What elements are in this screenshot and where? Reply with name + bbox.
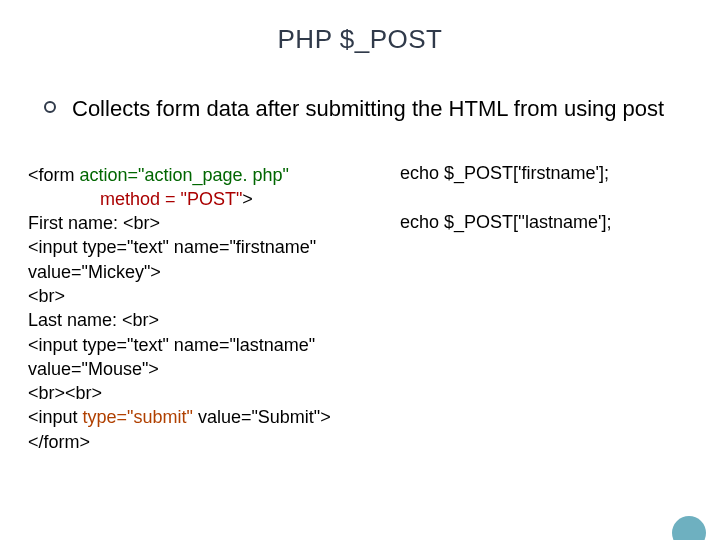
echo-column: echo $_POST['firstname']; echo $_POST[''… [390, 163, 690, 455]
html-code-block: <form action="action_page. php" method =… [28, 163, 390, 455]
code-method-attr: method = "POST" [100, 189, 242, 209]
code-form-open-close: > [242, 189, 253, 209]
bullet-row: Collects form data after submitting the … [44, 95, 720, 123]
code-lastname-label: Last name: <br> [28, 310, 159, 330]
code-submit-a: <input [28, 407, 83, 427]
content-columns: <form action="action_page. php" method =… [0, 163, 720, 455]
code-lastname-input: <input type="text" name="lastname" value… [28, 335, 320, 379]
code-firstname-input: <input type="text" name="firstname" valu… [28, 237, 321, 281]
echo-firstname: echo $_POST['firstname']; [400, 163, 690, 184]
code-action-attr: action="action_page. php" [80, 165, 289, 185]
echo-lastname: echo $_POST[''lastname']; [400, 212, 690, 233]
decorative-corner-dot [672, 516, 706, 540]
code-firstname-label: First name: <br> [28, 213, 160, 233]
code-column: <form action="action_page. php" method =… [0, 163, 390, 455]
code-form-close: </form> [28, 432, 90, 452]
slide: PHP $_POST Collects form data after subm… [0, 24, 720, 540]
slide-title: PHP $_POST [0, 24, 720, 55]
code-br2: <br><br> [28, 383, 102, 403]
code-submit-type: type="submit" [83, 407, 193, 427]
bullet-icon [44, 101, 56, 113]
bullet-text: Collects form data after submitting the … [72, 95, 664, 123]
code-submit-c: value="Submit"> [193, 407, 331, 427]
code-br1: <br> [28, 286, 65, 306]
code-form-open-a: <form [28, 165, 80, 185]
